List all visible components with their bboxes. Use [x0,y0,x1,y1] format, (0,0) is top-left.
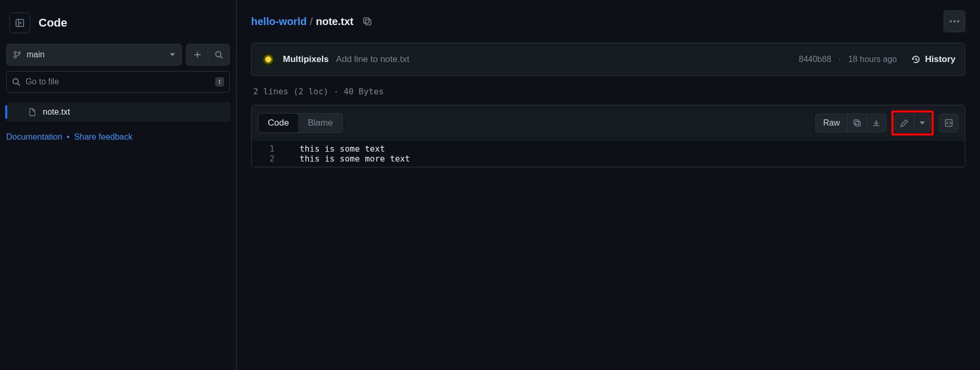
svg-point-5 [216,52,221,57]
svg-point-12 [953,20,956,22]
svg-point-13 [957,20,959,22]
more-options-button[interactable] [944,10,965,32]
file-icon [28,108,36,116]
history-link[interactable]: History [911,54,956,65]
kebab-icon [950,20,959,22]
code-line: 1 this is some text [252,144,965,154]
search-shortcut-key: t [215,77,224,87]
file-search-box[interactable]: t [6,71,230,93]
branch-select[interactable]: main [6,44,182,66]
breadcrumb-repo[interactable]: hello-world [251,16,307,28]
documentation-link[interactable]: Documentation [6,132,63,141]
sidebar-footer: Documentation • Share feedback [5,124,231,150]
view-tabs: Code Blame [258,113,343,133]
add-file-button[interactable] [186,44,208,66]
svg-rect-9 [366,20,371,25]
edit-dropdown-button[interactable] [914,114,931,132]
file-search-input[interactable] [26,77,210,87]
copy-raw-button[interactable] [848,114,867,132]
tab-code[interactable]: Code [258,113,299,133]
main-content: hello-world / note.txt Multipixels Add l… [237,0,980,370]
file-tree: note.txt [5,100,231,124]
breadcrumb-separator: / [310,16,313,28]
download-icon [872,119,880,127]
breadcrumb-file: note.txt [316,16,353,28]
svg-point-2 [14,52,16,54]
file-tree-item[interactable]: note.txt [5,102,231,122]
branch-icon [13,51,21,59]
caret-down-icon [920,121,925,125]
file-stats: 2 lines (2 loc) · 40 Bytes [251,83,965,105]
copy-icon [363,17,372,26]
copy-path-button[interactable] [358,13,376,30]
search-icon [215,51,223,59]
download-button[interactable] [867,114,886,132]
svg-point-11 [950,20,952,22]
commit-time: 18 hours ago [848,55,897,64]
copy-icon [853,119,861,127]
branch-name: main [27,50,45,59]
code-content: 1 this is some text 2 this is some more … [252,141,965,167]
avatar[interactable] [261,52,276,67]
svg-line-6 [220,56,222,58]
commit-message[interactable]: Add line to note.txt [336,54,410,65]
panel-collapse-icon [15,18,24,28]
tab-blame[interactable]: Blame [299,114,342,132]
svg-rect-14 [855,121,860,126]
code-square-icon [945,119,953,127]
svg-point-3 [14,56,16,58]
edit-file-button[interactable] [895,114,914,132]
plus-icon [193,51,202,59]
svg-rect-10 [364,18,369,23]
commit-author[interactable]: Multipixels [283,54,329,65]
latest-commit-bar: Multipixels Add line to note.txt 8440b88… [251,43,965,76]
pencil-icon [900,119,909,127]
collapse-sidebar-button[interactable] [9,13,30,33]
file-view: Code Blame Raw [251,105,965,167]
line-number[interactable]: 1 [252,144,285,154]
caret-down-icon [170,53,175,56]
raw-button[interactable]: Raw [815,114,848,132]
file-name: note.txt [43,107,70,117]
line-text: this is some text [285,144,385,154]
history-icon [911,55,921,64]
line-number[interactable]: 2 [252,154,285,164]
svg-point-4 [18,52,20,54]
breadcrumb: hello-world / note.txt [251,16,353,28]
search-files-button[interactable] [208,44,230,66]
file-toolbar: Code Blame Raw [252,105,965,141]
svg-point-7 [13,79,18,84]
svg-rect-15 [854,120,859,125]
symbols-button[interactable] [939,114,959,132]
sidebar-title: Code [39,16,67,30]
sidebar: Code main [0,0,237,370]
edit-highlight [891,110,934,135]
code-line: 2 this is some more text [252,154,965,164]
search-icon [12,78,20,86]
svg-line-8 [18,83,20,85]
commit-sha[interactable]: 8440b88 [799,55,831,64]
share-feedback-link[interactable]: Share feedback [74,132,132,141]
line-text: this is some more text [285,154,410,164]
